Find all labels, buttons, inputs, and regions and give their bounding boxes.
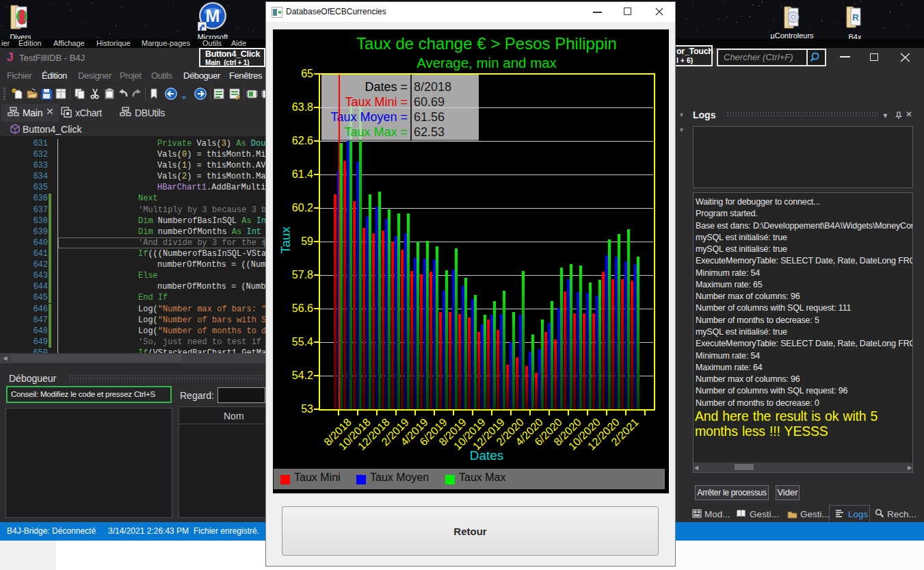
svg-text:R: R bbox=[852, 12, 859, 23]
svg-text:M: M bbox=[206, 6, 220, 25]
